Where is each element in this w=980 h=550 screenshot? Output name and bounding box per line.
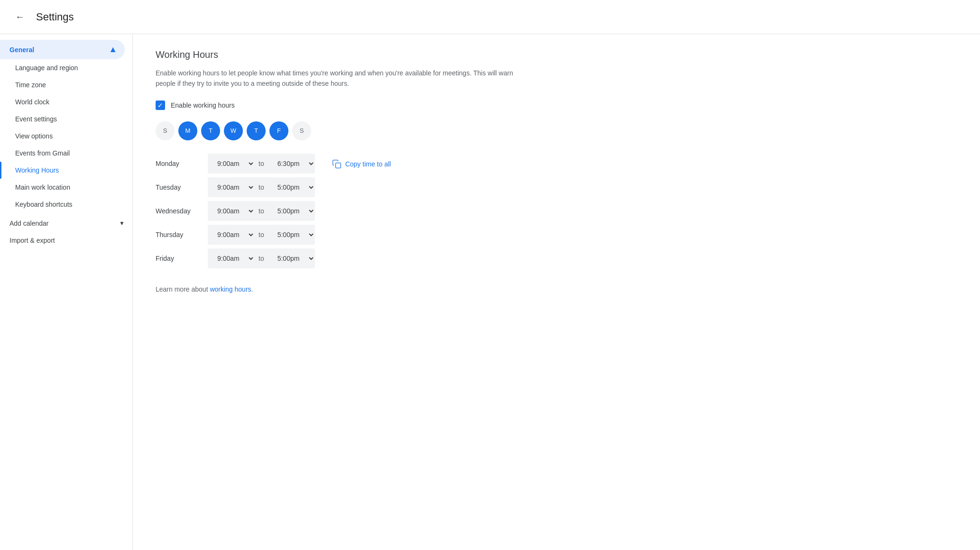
general-label: General <box>9 46 34 54</box>
back-button[interactable]: ← <box>11 8 28 26</box>
sidebar-item-label: Time zone <box>15 81 46 89</box>
start-time-tuesday[interactable]: 9:00am <box>208 177 255 197</box>
sidebar-item-label: View options <box>15 132 53 140</box>
time-block-friday: 9:00amto5:00pm <box>208 248 315 268</box>
to-label: to <box>255 207 268 215</box>
time-row-tuesday: Tuesday9:00amto5:00pm <box>156 177 315 197</box>
to-label: to <box>255 160 268 167</box>
sidebar-item-event-settings[interactable]: Event settings <box>0 110 132 128</box>
time-row-friday: Friday9:00amto5:00pm <box>156 248 315 268</box>
sidebar-item-time-zone[interactable]: Time zone <box>0 76 132 93</box>
day-name-friday: Friday <box>156 255 208 262</box>
time-row-thursday: Thursday9:00amto5:00pm <box>156 225 315 245</box>
general-section-header[interactable]: General ▲ <box>0 40 125 59</box>
time-block-wednesday: 9:00amto5:00pm <box>208 201 315 221</box>
to-label: to <box>255 231 268 238</box>
sidebar-item-label: Working Hours <box>15 166 59 174</box>
chevron-up-icon: ▲ <box>109 45 117 55</box>
check-icon: ✓ <box>157 102 163 109</box>
start-time-thursday[interactable]: 9:00am <box>208 225 255 245</box>
time-rows-wrapper: Monday9:00amto6:30pmTuesday9:00amto5:00p… <box>156 154 957 270</box>
day-circle-3[interactable]: W <box>224 121 243 140</box>
time-row-wednesday: Wednesday9:00amto5:00pm <box>156 201 315 221</box>
add-calendar-label: Add calendar <box>9 220 49 227</box>
day-circles: SMTWTFS <box>156 121 957 140</box>
sidebar-item-world-clock[interactable]: World clock <box>0 93 132 110</box>
end-time-friday[interactable]: 5:00pm <box>268 248 315 268</box>
learn-more: Learn more about working hours. <box>156 285 957 293</box>
day-name-wednesday: Wednesday <box>156 207 208 215</box>
svg-rect-0 <box>335 163 341 168</box>
sidebar-item-label: Main work location <box>15 183 70 191</box>
day-circle-6[interactable]: S <box>292 121 311 140</box>
import-export-item[interactable]: Import & export <box>0 232 132 249</box>
time-block-tuesday: 9:00amto5:00pm <box>208 177 315 197</box>
sidebar-item-view-options[interactable]: View options <box>0 128 132 145</box>
end-time-tuesday[interactable]: 5:00pm <box>268 177 315 197</box>
enable-checkbox[interactable]: ✓ <box>156 101 165 110</box>
day-circle-1[interactable]: M <box>178 121 197 140</box>
sidebar-item-label: World clock <box>15 98 49 106</box>
layout: General ▲ Language and regionTime zoneWo… <box>0 34 980 550</box>
enable-checkbox-row: ✓ Enable working hours <box>156 101 957 110</box>
day-name-monday: Monday <box>156 160 208 167</box>
learn-more-text: Learn more about <box>156 285 210 293</box>
day-circle-0[interactable]: S <box>156 121 175 140</box>
day-circle-4[interactable]: T <box>247 121 266 140</box>
time-block-thursday: 9:00amto5:00pm <box>208 225 315 245</box>
day-name-thursday: Thursday <box>156 231 208 238</box>
sidebar-item-label: Language and region <box>15 64 78 72</box>
sidebar-item-keyboard-shortcuts[interactable]: Keyboard shortcuts <box>0 196 132 213</box>
sidebar-item-working-hours[interactable]: Working Hours <box>0 162 132 179</box>
to-label: to <box>255 183 268 191</box>
working-hours-description: Enable working hours to let people know … <box>156 68 526 89</box>
sidebar-items: Language and regionTime zoneWorld clockE… <box>0 59 132 213</box>
day-circle-2[interactable]: T <box>201 121 220 140</box>
copy-time-label: Copy time to all <box>345 160 391 168</box>
working-hours-link[interactable]: working hours. <box>210 285 253 293</box>
sidebar-item-events-from-gmail[interactable]: Events from Gmail <box>0 145 132 162</box>
enable-checkbox-label: Enable working hours <box>171 101 235 109</box>
sidebar-item-main-work-location[interactable]: Main work location <box>0 179 132 196</box>
end-time-thursday[interactable]: 5:00pm <box>268 225 315 245</box>
sidebar-item-label: Events from Gmail <box>15 149 70 157</box>
chevron-down-icon: ▼ <box>119 220 125 227</box>
sidebar: General ▲ Language and regionTime zoneWo… <box>0 34 133 550</box>
start-time-friday[interactable]: 9:00am <box>208 248 255 268</box>
working-hours-title: Working Hours <box>156 49 957 60</box>
end-time-wednesday[interactable]: 5:00pm <box>268 201 315 221</box>
start-time-wednesday[interactable]: 9:00am <box>208 201 255 221</box>
page-title: Settings <box>36 11 74 23</box>
sidebar-item-label: Event settings <box>15 115 57 123</box>
start-time-monday[interactable]: 9:00am <box>208 154 255 174</box>
to-label: to <box>255 255 268 262</box>
day-circle-5[interactable]: F <box>269 121 288 140</box>
import-export-label: Import & export <box>9 237 55 244</box>
time-row-monday: Monday9:00amto6:30pm <box>156 154 315 174</box>
sidebar-item-label: Keyboard shortcuts <box>15 201 73 208</box>
sidebar-item-language-region[interactable]: Language and region <box>0 59 132 76</box>
end-time-monday[interactable]: 6:30pm <box>268 154 315 174</box>
header: ← Settings <box>0 0 980 34</box>
main-content: Working Hours Enable working hours to le… <box>133 34 980 550</box>
back-icon: ← <box>15 11 25 22</box>
general-section: General ▲ Language and regionTime zoneWo… <box>0 40 132 213</box>
time-block-monday: 9:00amto6:30pm <box>208 154 315 174</box>
day-name-tuesday: Tuesday <box>156 183 208 191</box>
copy-icon <box>332 159 342 169</box>
time-rows: Monday9:00amto6:30pmTuesday9:00amto5:00p… <box>156 154 315 270</box>
add-calendar-item[interactable]: Add calendar ▼ <box>0 215 132 232</box>
copy-time-button[interactable]: Copy time to all <box>326 156 397 173</box>
